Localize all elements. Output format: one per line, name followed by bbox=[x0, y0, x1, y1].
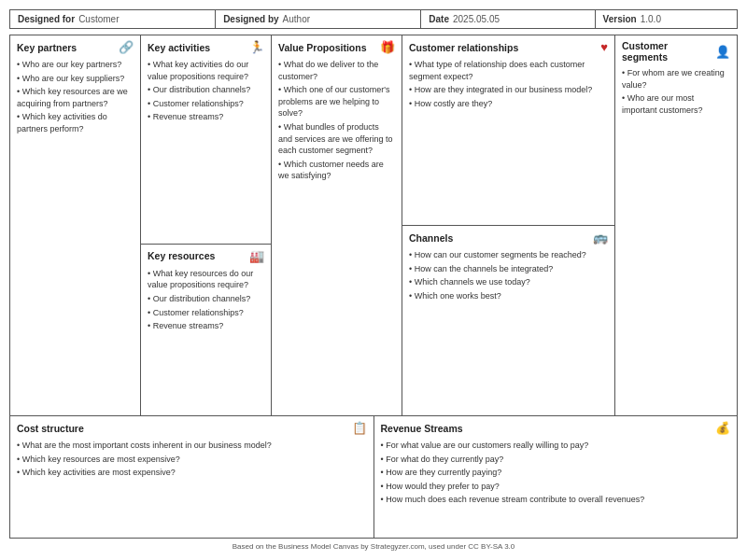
list-item: For what do they currently pay? bbox=[381, 454, 731, 466]
page: Designed for Customer Designed by Author… bbox=[0, 0, 747, 560]
list-item: What type of relationship does each cust… bbox=[409, 59, 608, 82]
list-item: Who are our most important customers? bbox=[622, 92, 730, 116]
key-resources-title: Key resources 🏭 bbox=[148, 249, 264, 263]
list-item: Which one works best? bbox=[409, 290, 608, 302]
key-resources-title-text: Key resources bbox=[148, 250, 215, 261]
list-item: Our distribution channels? bbox=[148, 293, 264, 305]
channels-title: Channels 🚌 bbox=[409, 231, 608, 245]
channels-list: How can our customer segments be reached… bbox=[409, 249, 608, 301]
version-value: 1.0.0 bbox=[641, 14, 661, 24]
list-item: What do we deliver to the customer? bbox=[278, 59, 395, 82]
cost-structure-list: What are the most important costs inhere… bbox=[17, 440, 367, 479]
customer-segments-list: For whom are we creating value? Who are … bbox=[622, 67, 730, 116]
list-item: Which key resources are we acquiring fro… bbox=[17, 86, 134, 109]
key-partners-title: Key partners 🔗 bbox=[17, 40, 134, 54]
list-item: Which one of our customer's problems are… bbox=[278, 84, 395, 119]
list-item: How are they currently paying? bbox=[381, 467, 731, 479]
cost-structure-section: Cost structure 📋 What are the most impor… bbox=[10, 416, 374, 538]
customer-segments-section: Customer segments 👤 For whom are we crea… bbox=[615, 35, 737, 415]
list-item: Which key activities are most expensive? bbox=[17, 467, 367, 479]
channels-title-text: Channels bbox=[409, 232, 453, 244]
designed-by-value: Author bbox=[283, 14, 310, 24]
date-cell: Date 2025.05.05 bbox=[421, 10, 595, 28]
key-resources-section: Key resources 🏭 What key resources do ou… bbox=[141, 245, 271, 415]
customer-segments-title-text: Customer segments bbox=[622, 40, 715, 63]
value-propositions-icon: 🎁 bbox=[380, 40, 395, 54]
list-item: Which channels we use today? bbox=[409, 276, 608, 288]
channels-section: Channels 🚌 How can our customer segments… bbox=[402, 226, 614, 415]
list-item: How would they prefer to pay? bbox=[381, 481, 731, 493]
revenue-streams-title-text: Revenue Streams bbox=[381, 423, 463, 434]
value-propositions-list: What do we deliver to the customer? Whic… bbox=[278, 59, 395, 182]
designed-by-cell: Designed by Author bbox=[216, 10, 421, 28]
list-item: How can our customer segments be reached… bbox=[409, 249, 608, 261]
key-activities-title: Key activities 🏃 bbox=[148, 40, 264, 54]
list-item: What key resources do our value proposit… bbox=[148, 268, 264, 291]
canvas-main: Key partners 🔗 Who are our key partners?… bbox=[10, 35, 737, 416]
date-label: Date bbox=[429, 14, 449, 24]
key-activities-title-text: Key activities bbox=[148, 42, 210, 53]
canvas-bottom: Cost structure 📋 What are the most impor… bbox=[10, 416, 737, 538]
channels-icon: 🚌 bbox=[593, 231, 608, 245]
list-item: What key activities do our value proposi… bbox=[148, 59, 264, 82]
key-partners-section: Key partners 🔗 Who are our key partners?… bbox=[10, 35, 141, 415]
customer-relationships-section: Customer relationships ♥ What type of re… bbox=[402, 35, 614, 226]
value-propositions-title-text: Value Propositions bbox=[278, 42, 367, 53]
key-partners-list: Who are our key partners? Who are our ke… bbox=[17, 59, 134, 135]
designed-for-cell: Designed for Customer bbox=[10, 10, 216, 28]
footer-text: Based on the Business Model Canvas by St… bbox=[233, 542, 515, 551]
list-item: Who are our key partners? bbox=[17, 59, 134, 71]
list-item: For what value are our customers really … bbox=[381, 440, 731, 452]
value-propositions-content: Value Propositions 🎁 What do we deliver … bbox=[272, 35, 402, 415]
list-item: What bundles of products and services ar… bbox=[278, 121, 395, 157]
key-activities-icon: 🏃 bbox=[249, 40, 264, 54]
date-value: 2025.05.05 bbox=[453, 14, 500, 24]
list-item: Which customer needs are we satisfying? bbox=[278, 159, 395, 182]
customer-relationships-list: What type of relationship does each cust… bbox=[409, 59, 608, 109]
business-model-canvas: Key partners 🔗 Who are our key partners?… bbox=[9, 35, 738, 539]
list-item: Who are our key suppliers? bbox=[17, 73, 134, 85]
cost-structure-icon: 📋 bbox=[352, 421, 367, 435]
list-item: How costly are they? bbox=[409, 98, 608, 110]
list-item: Revenue streams? bbox=[148, 320, 264, 332]
revenue-streams-list: For what value are our customers really … bbox=[381, 440, 731, 506]
list-item: Customer relationships? bbox=[148, 307, 264, 319]
list-item: For whom are we creating value? bbox=[622, 67, 730, 91]
cost-structure-title-text: Cost structure bbox=[17, 423, 84, 434]
key-activities-section: Key activities 🏃 What key activities do … bbox=[141, 35, 271, 245]
list-item: Which key activities do partners perform… bbox=[17, 111, 134, 134]
designed-for-label: Designed for bbox=[18, 14, 75, 24]
header-row: Designed for Customer Designed by Author… bbox=[9, 9, 738, 29]
designed-for-value: Customer bbox=[78, 14, 119, 24]
list-item: How are they integrated in our business … bbox=[409, 84, 608, 96]
list-item: Revenue streams? bbox=[148, 111, 264, 123]
key-partners-icon: 🔗 bbox=[119, 40, 134, 54]
key-partners-title-text: Key partners bbox=[17, 42, 77, 53]
customer-segments-title: Customer segments 👤 bbox=[622, 40, 730, 63]
key-activities-list: What key activities do our value proposi… bbox=[148, 59, 264, 123]
revenue-streams-title: Revenue Streams 💰 bbox=[381, 421, 731, 435]
value-propositions-section: Value Propositions 🎁 What do we deliver … bbox=[272, 35, 402, 415]
right-area: Customer relationships ♥ What type of re… bbox=[402, 35, 737, 415]
key-resources-icon: 🏭 bbox=[249, 249, 264, 263]
designed-by-label: Designed by bbox=[223, 14, 278, 24]
list-item: How much does each revenue stream contri… bbox=[381, 494, 731, 506]
cost-structure-title: Cost structure 📋 bbox=[17, 421, 367, 435]
revenue-streams-section: Revenue Streams 💰 For what value are our… bbox=[374, 416, 738, 538]
version-cell: Version 1.0.0 bbox=[596, 10, 737, 28]
customer-segments-icon: 👤 bbox=[715, 45, 730, 59]
customer-relationships-title-text: Customer relationships bbox=[409, 42, 518, 53]
version-label: Version bbox=[603, 14, 637, 24]
list-item: Customer relationships? bbox=[148, 98, 264, 110]
customer-relationships-icon: ♥ bbox=[600, 40, 608, 54]
revenue-streams-icon: 💰 bbox=[715, 421, 730, 435]
key-partners-content: Key partners 🔗 Who are our key partners?… bbox=[10, 35, 140, 415]
list-item: Which key resources are most expensive? bbox=[17, 454, 367, 466]
list-item: What are the most important costs inhere… bbox=[17, 440, 367, 452]
key-resources-list: What key resources do our value proposit… bbox=[148, 268, 264, 332]
list-item: How can the channels be integrated? bbox=[409, 263, 608, 275]
cr-channels-col: Customer relationships ♥ What type of re… bbox=[402, 35, 615, 415]
customer-relationships-title: Customer relationships ♥ bbox=[409, 40, 608, 54]
footer: Based on the Business Model Canvas by St… bbox=[9, 539, 738, 551]
list-item: Our distribution channels? bbox=[148, 84, 264, 96]
